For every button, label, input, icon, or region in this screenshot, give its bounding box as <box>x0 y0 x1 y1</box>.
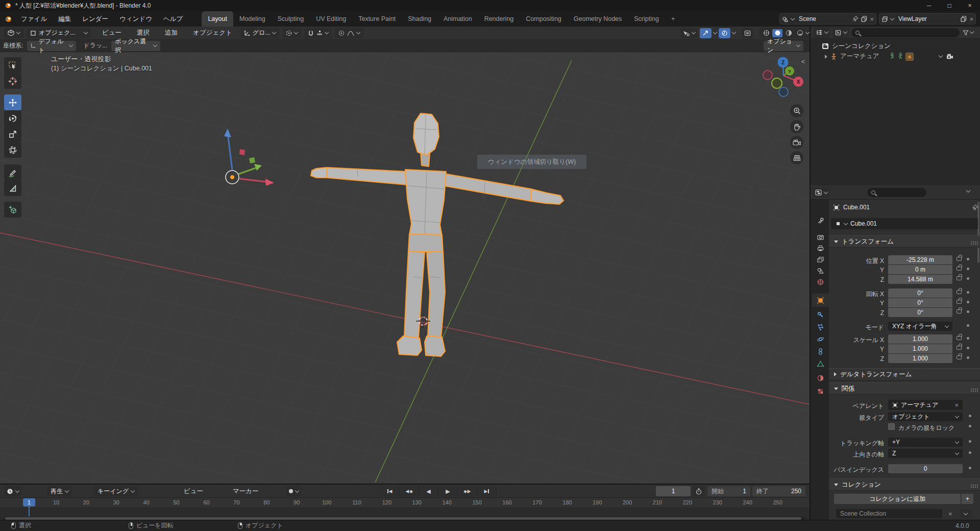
camera-view-button[interactable] <box>790 136 803 149</box>
viewport-3d[interactable]: オブジェク... ビュー 選択 追加 オブジェクト グロ... <box>0 27 810 484</box>
mode-dropdown[interactable]: オブジェク... <box>27 28 91 38</box>
proportional-edit-group[interactable] <box>335 28 363 38</box>
menu-help[interactable]: ヘルプ <box>158 11 188 27</box>
lock-open-icon[interactable] <box>957 267 962 271</box>
next-keyframe-button[interactable]: ◆▶ <box>458 486 477 496</box>
relations-panel-header[interactable]: 関係 <box>829 382 980 395</box>
timeline-editor-type-button[interactable] <box>4 486 21 496</box>
animate-dot[interactable] <box>969 425 971 427</box>
menu-render[interactable]: レンダー <box>77 11 114 27</box>
new-collection-button[interactable]: + <box>961 494 973 504</box>
animate-dot[interactable] <box>969 440 971 443</box>
playback-menu[interactable]: 再生 <box>47 486 72 496</box>
animate-dot[interactable] <box>967 291 969 294</box>
snap-dropdown[interactable] <box>304 28 332 38</box>
transform-orientation-dropdown[interactable]: グロ... <box>240 28 280 38</box>
viewport-menu-object[interactable]: オブジェクト <box>191 29 234 37</box>
view-layer-selector[interactable]: ViewLayer × <box>879 13 976 25</box>
move-gizmo-y-plane[interactable] <box>249 157 255 163</box>
collection-options-button[interactable] <box>960 509 972 518</box>
tab-scripting[interactable]: Scripting <box>628 11 665 27</box>
move-gizmo-z-arrow[interactable] <box>224 129 231 137</box>
remove-view-layer-icon[interactable]: × <box>969 15 973 23</box>
outliner-display-mode-button[interactable] <box>832 28 849 38</box>
tab-animation[interactable]: Animation <box>437 11 478 27</box>
properties-tab-material[interactable] <box>812 371 829 384</box>
pass-index-field[interactable]: 0 <box>888 464 963 473</box>
animate-dot[interactable] <box>967 301 969 303</box>
tool-annotate[interactable] <box>4 164 21 180</box>
tool-transform[interactable] <box>4 142 21 158</box>
jump-to-end-button[interactable]: ▶ <box>477 486 497 496</box>
properties-editor-type-button[interactable] <box>813 187 830 198</box>
remove-from-collection-icon[interactable]: × <box>948 510 952 518</box>
animate-dot[interactable] <box>969 451 971 454</box>
scene-canvas[interactable] <box>0 52 810 484</box>
move-gizmo-x-arrow[interactable] <box>265 179 274 186</box>
menu-window[interactable]: ウィンドウ <box>114 11 158 27</box>
timeline-menu-marker[interactable]: マーカー <box>231 487 261 496</box>
tool-cursor[interactable] <box>4 73 21 89</box>
scene-selector[interactable]: Scene × <box>779 13 876 25</box>
animate-dot[interactable] <box>967 337 969 340</box>
coordinate-system-dropdown[interactable]: デフォルト <box>27 41 76 51</box>
blender-menu-button[interactable] <box>0 15 15 23</box>
pan-hand-button[interactable] <box>790 120 803 133</box>
scale-x-field[interactable]: 1.000 <box>888 334 952 344</box>
tab-compositing[interactable]: Compositing <box>520 11 567 27</box>
editor-type-button[interactable] <box>4 28 23 38</box>
timeline-menu-view[interactable]: ビュー <box>182 487 205 496</box>
lock-open-icon[interactable] <box>957 300 962 304</box>
timeline-ruler[interactable]: 1020304050607080901001101201301401501601… <box>0 498 810 508</box>
tool-rotate[interactable] <box>4 110 21 126</box>
rotation-mode-dropdown[interactable]: XYZ オイラー角 <box>888 322 952 331</box>
collection-item-field[interactable]: Scene Collection <box>836 509 942 518</box>
frame-end-field[interactable]: 終了250 <box>752 486 805 496</box>
properties-scrollbar[interactable] <box>977 202 979 263</box>
sidebar-collapse-icon[interactable]: < <box>801 58 805 65</box>
show-object-types-dropdown[interactable] <box>680 28 698 38</box>
outliner-row-armature[interactable]: アーマチュア <box>825 52 953 61</box>
move-gizmo-x-plane[interactable] <box>239 149 245 155</box>
shading-wireframe-button[interactable] <box>761 29 771 37</box>
show-overlays-toggle[interactable] <box>719 28 730 38</box>
properties-tab-tool[interactable] <box>812 214 829 227</box>
tab-sculpting[interactable]: Sculpting <box>272 11 310 27</box>
tab-layout[interactable]: Layout <box>202 11 233 27</box>
show-gizmo-toggle[interactable] <box>700 28 712 38</box>
lock-open-icon[interactable] <box>957 336 962 340</box>
tool-move[interactable] <box>4 94 21 110</box>
tab-modeling[interactable]: Modeling <box>233 11 272 27</box>
add-workspace-button[interactable]: + <box>665 11 681 27</box>
properties-search-input[interactable] <box>867 188 926 197</box>
lock-open-icon[interactable] <box>957 309 962 313</box>
drag-handle-icon[interactable] <box>971 389 972 390</box>
shading-options-chevron-icon[interactable] <box>805 30 810 34</box>
animate-dot[interactable] <box>967 356 969 359</box>
toggle-xray-button[interactable] <box>742 28 753 38</box>
outliner-filter-button[interactable] <box>963 30 973 36</box>
scale-z-field[interactable]: 1.000 <box>888 354 952 363</box>
tab-shading[interactable]: Shading <box>402 11 437 27</box>
animate-dot[interactable] <box>967 324 969 327</box>
location-z-field[interactable]: 14.588 m <box>888 275 952 284</box>
scale-y-field[interactable]: 1.000 <box>888 344 952 353</box>
pin-icon[interactable] <box>972 204 978 211</box>
shading-material-button[interactable] <box>783 29 794 37</box>
up-axis-dropdown[interactable]: Z <box>888 449 963 458</box>
zoom-button[interactable] <box>790 104 803 117</box>
transform-panel-header[interactable]: トランスフォーム <box>829 235 980 248</box>
close-button[interactable]: × <box>960 0 980 11</box>
lock-open-icon[interactable] <box>957 257 962 261</box>
animate-dot[interactable] <box>967 277 969 280</box>
use-preview-range-button[interactable] <box>693 486 704 496</box>
viewport-menu-select[interactable]: 選択 <box>135 29 152 37</box>
overlays-options-chevron-icon[interactable] <box>732 30 736 34</box>
shading-rendered-button[interactable] <box>795 29 805 37</box>
gizmo-options-chevron-icon[interactable] <box>713 30 717 34</box>
axis-y-neg-ball[interactable] <box>772 78 782 88</box>
animate-dot[interactable] <box>969 415 971 417</box>
pivot-point-dropdown[interactable] <box>282 28 301 38</box>
outliner-editor-type-button[interactable] <box>814 28 830 38</box>
parent-field[interactable]: アーマチュア × <box>888 400 963 410</box>
